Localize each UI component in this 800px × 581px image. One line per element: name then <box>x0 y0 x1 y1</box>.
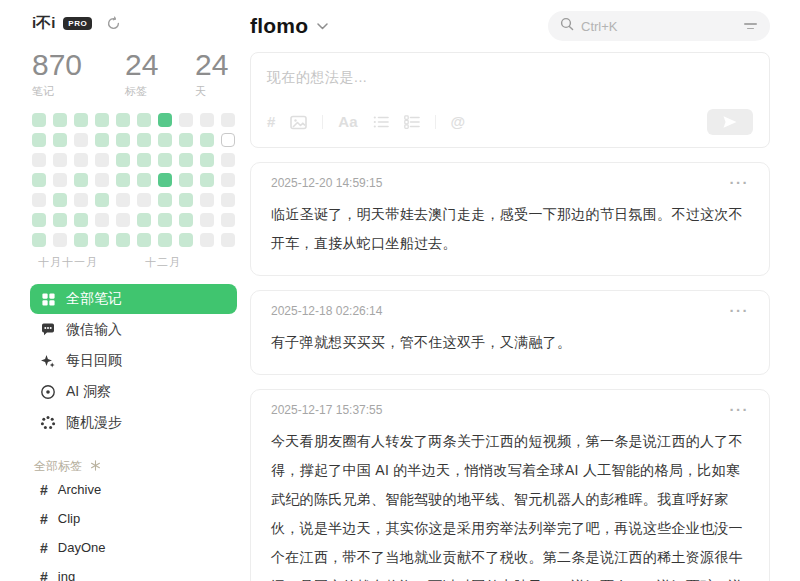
heatmap-cell[interactable] <box>53 233 67 247</box>
heatmap-cell[interactable] <box>74 113 88 127</box>
heatmap-cell[interactable] <box>74 213 88 227</box>
heatmap-cell[interactable] <box>200 113 214 127</box>
heatmap-cell[interactable] <box>116 133 130 147</box>
heatmap-cell[interactable] <box>158 133 172 147</box>
heatmap-cell[interactable] <box>179 153 193 167</box>
check-list-icon[interactable] <box>404 115 420 129</box>
text-style-icon[interactable]: Aa <box>338 114 357 130</box>
tag-item-dayone[interactable]: #DayOne <box>32 533 236 562</box>
sidebar-item-2[interactable]: 每日回顾 <box>30 346 236 376</box>
heatmap-cell[interactable] <box>116 193 130 207</box>
more-options-icon[interactable]: ··· <box>730 178 750 188</box>
heatmap-cell[interactable] <box>200 233 214 247</box>
heatmap-cell[interactable] <box>179 193 193 207</box>
sidebar-item-4[interactable]: 随机漫步 <box>30 408 236 438</box>
tag-label: ing <box>58 569 75 581</box>
heatmap-cell[interactable] <box>158 113 172 127</box>
sidebar: i不i PRO 870 笔记 24 标签 24 天 十月十一月 十二月 <box>0 0 250 581</box>
heatmap-cell[interactable] <box>221 133 235 147</box>
heatmap-cell[interactable] <box>200 173 214 187</box>
heatmap-cell[interactable] <box>221 153 235 167</box>
heatmap-cell[interactable] <box>137 193 151 207</box>
heatmap-cell[interactable] <box>95 173 109 187</box>
heatmap-cell[interactable] <box>74 233 88 247</box>
heatmap-cell[interactable] <box>221 213 235 227</box>
heatmap-cell[interactable] <box>32 193 46 207</box>
heatmap-cell[interactable] <box>200 193 214 207</box>
heatmap-cell[interactable] <box>32 173 46 187</box>
heatmap-cell[interactable] <box>116 233 130 247</box>
heatmap-cell[interactable] <box>116 173 130 187</box>
heatmap-cell[interactable] <box>53 153 67 167</box>
search-input[interactable]: Ctrl+K <box>548 11 770 41</box>
heatmap-cell[interactable] <box>74 173 88 187</box>
heatmap-cell[interactable] <box>137 213 151 227</box>
heatmap-cell[interactable] <box>221 233 235 247</box>
heatmap-cell[interactable] <box>179 213 193 227</box>
heatmap-cell[interactable] <box>221 193 235 207</box>
more-options-icon[interactable]: ··· <box>730 306 750 316</box>
tag-icon[interactable]: # <box>267 114 275 130</box>
heatmap-cell[interactable] <box>32 213 46 227</box>
heatmap-cell[interactable] <box>116 113 130 127</box>
heatmap-cell[interactable] <box>179 133 193 147</box>
more-options-icon[interactable]: ··· <box>730 405 750 415</box>
tag-item-clip[interactable]: #Clip <box>32 504 236 533</box>
heatmap-cell[interactable] <box>137 113 151 127</box>
heatmap-cell[interactable] <box>95 213 109 227</box>
heatmap-cell[interactable] <box>200 153 214 167</box>
heatmap-cell[interactable] <box>53 113 67 127</box>
heatmap-cell[interactable] <box>221 173 235 187</box>
chevron-down-icon[interactable] <box>317 23 328 30</box>
heatmap-cell[interactable] <box>95 133 109 147</box>
heatmap-cell[interactable] <box>116 213 130 227</box>
heatmap-cell[interactable] <box>53 173 67 187</box>
heatmap-cell[interactable] <box>95 113 109 127</box>
tag-item-archive[interactable]: #Archive <box>32 475 236 504</box>
heatmap-cell[interactable] <box>95 153 109 167</box>
heatmap-cell[interactable] <box>32 153 46 167</box>
memo-editor[interactable]: 现在的想法是... #Aa@ <box>250 52 770 148</box>
tag-item-ing[interactable]: #ing <box>32 562 236 581</box>
tags-settings-icon[interactable] <box>90 460 101 474</box>
heatmap-cell[interactable] <box>158 193 172 207</box>
heatmap-cell[interactable] <box>116 153 130 167</box>
heatmap-cell[interactable] <box>137 153 151 167</box>
heatmap-cell[interactable] <box>53 213 67 227</box>
heatmap-cell[interactable] <box>200 133 214 147</box>
wechat-icon <box>40 322 56 338</box>
memo-text: 临近圣诞了，明天带娃去澳门走走，感受一下那边的节日氛围。不过这次不开车，直接从蛇… <box>271 206 743 251</box>
tags-header-label: 全部标签 <box>34 458 82 475</box>
image-icon[interactable] <box>290 115 307 130</box>
heatmap-cell[interactable] <box>221 113 235 127</box>
heatmap-cell[interactable] <box>179 173 193 187</box>
heatmap-cell[interactable] <box>74 133 88 147</box>
sidebar-item-1[interactable]: 微信输入 <box>30 315 236 345</box>
mention-icon[interactable]: @ <box>451 114 466 130</box>
heatmap-cell[interactable] <box>200 213 214 227</box>
heatmap-cell[interactable] <box>179 233 193 247</box>
sidebar-item-3[interactable]: AI 洞察 <box>30 377 236 407</box>
heatmap-cell[interactable] <box>32 233 46 247</box>
heatmap-cell[interactable] <box>53 133 67 147</box>
sidebar-item-0[interactable]: 全部笔记 <box>30 284 237 314</box>
send-button[interactable] <box>707 109 753 135</box>
heatmap-cell[interactable] <box>137 173 151 187</box>
heatmap-cell[interactable] <box>32 133 46 147</box>
heatmap-cell[interactable] <box>53 193 67 207</box>
filter-icon[interactable] <box>742 23 758 29</box>
heatmap-cell[interactable] <box>137 133 151 147</box>
heatmap-cell[interactable] <box>95 233 109 247</box>
heatmap-cell[interactable] <box>95 193 109 207</box>
heatmap-cell[interactable] <box>158 153 172 167</box>
heatmap-cell[interactable] <box>179 113 193 127</box>
bullet-list-icon[interactable] <box>373 115 389 129</box>
heatmap-cell[interactable] <box>32 113 46 127</box>
heatmap-cell[interactable] <box>158 213 172 227</box>
heatmap-cell[interactable] <box>74 153 88 167</box>
heatmap-cell[interactable] <box>158 233 172 247</box>
heatmap-cell[interactable] <box>158 173 172 187</box>
sync-icon[interactable] <box>106 16 121 31</box>
heatmap-cell[interactable] <box>137 233 151 247</box>
heatmap-cell[interactable] <box>74 193 88 207</box>
